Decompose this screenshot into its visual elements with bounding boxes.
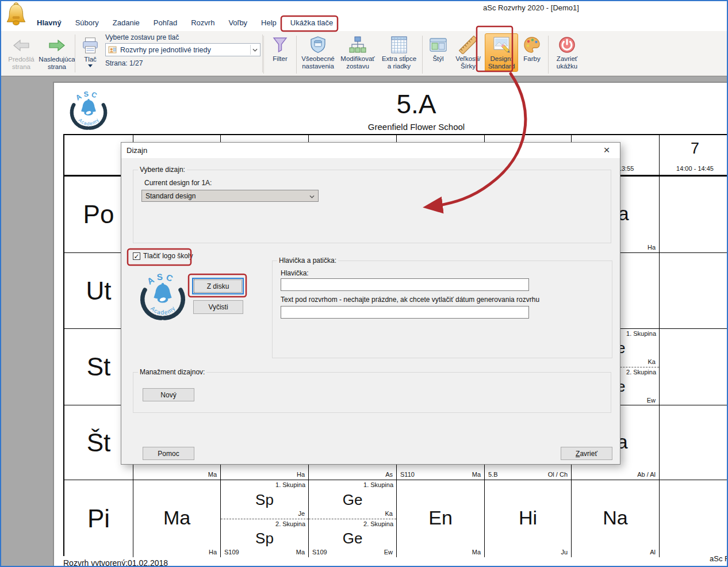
chevron-down-icon: [88, 64, 93, 67]
teacher: Ma: [208, 471, 217, 478]
window-style-icon: [428, 35, 448, 55]
teacher: Ol / Ch: [548, 471, 568, 478]
orgchart-icon: [348, 35, 367, 55]
from-disk-button[interactable]: Z disku: [192, 278, 244, 294]
teacher: Ma: [296, 549, 305, 555]
page-nav-group: Predošlá strana Nasledujúca strana: [5, 34, 76, 72]
report-icon: [108, 45, 117, 55]
close-preview-button[interactable]: Zavrieť ukážku: [551, 33, 583, 72]
colors-button[interactable]: Farby: [518, 33, 546, 64]
design-image-icon: [492, 35, 511, 55]
subject: Hi: [485, 507, 571, 529]
teacher: Ka: [385, 510, 393, 517]
design-group: Vyberte dizajn:: [133, 166, 611, 243]
print-logo-checkbox[interactable]: ✓ Tlačiť logo školy: [133, 252, 193, 260]
sizes-widths-button[interactable]: Veľkosti/Šírky: [451, 33, 485, 72]
report-select-value: Rozvrhy pre jednotlivé triedy: [120, 46, 250, 54]
teacher: Ju: [561, 549, 568, 555]
printer-icon: [81, 36, 100, 55]
timetable-cell: 714:00 - 14:45: [660, 135, 728, 177]
design-management-label: Manažment dizajnov:: [138, 368, 206, 376]
room: S109: [224, 549, 239, 555]
modify-report-button[interactable]: Modifikovať zostavu: [337, 33, 378, 72]
report-picker-label: Vyberte zostavu pre tlač: [105, 33, 260, 41]
print-logo-label: Tlačiť logo školy: [143, 252, 193, 260]
period-time: 14:00 - 14:45: [660, 165, 728, 172]
group-label: 2. Skupina: [626, 369, 656, 376]
power-icon: [557, 35, 577, 55]
design-select[interactable]: Standard design: [141, 190, 319, 202]
style-button[interactable]: Štýl: [425, 33, 451, 64]
funnel-icon: [270, 35, 290, 55]
print-group: Tlač: [78, 34, 103, 69]
subject: Ma: [133, 507, 220, 529]
extra-columns-rows-label: Extra stĺpce a riadky: [382, 55, 416, 70]
ribbon-separator: [422, 36, 423, 74]
bell-icon[interactable]: [6, 2, 26, 27]
close-preview-label: Zavrieť ukážku: [557, 55, 577, 70]
footer-input[interactable]: [281, 306, 529, 319]
timetable-cell: EnMa: [397, 480, 485, 557]
menu-item-hlavny[interactable]: Hlavný: [30, 16, 68, 30]
dialog-titlebar[interactable]: Dizajn ×: [121, 143, 620, 158]
clear-logo-label: Vyčisti: [194, 303, 243, 311]
ribbon-separator: [548, 36, 549, 74]
svg-text:ASC: ASC: [145, 271, 177, 286]
extra-columns-rows-button[interactable]: Extra stĺpce a riadky: [378, 33, 420, 72]
teacher: Je: [298, 510, 305, 517]
help-button[interactable]: Pomoc: [143, 447, 194, 460]
close-icon[interactable]: ×: [598, 143, 615, 157]
group-label: 1. Skupina: [363, 481, 393, 488]
chevron-down-icon: [309, 192, 315, 200]
menu-item-zadanie[interactable]: Zadanie: [106, 16, 147, 30]
checkbox-check-icon: ✓: [133, 252, 140, 260]
ribbon-separator: [296, 36, 297, 74]
teacher: Al: [650, 549, 656, 555]
clear-logo-button[interactable]: Vyčisti: [193, 300, 243, 314]
timetable-cell: MaHa: [133, 480, 221, 557]
timetable-cell: [660, 329, 728, 405]
ribbon-separator: [75, 35, 75, 72]
header-input[interactable]: [281, 278, 529, 291]
chevron-down-icon[interactable]: [250, 45, 259, 55]
menu-item-ukazka-tlace[interactable]: Ukážka tlače: [283, 16, 340, 30]
group-label: 1. Skupina: [626, 330, 656, 337]
teacher: As: [385, 471, 393, 478]
dialog-close-button[interactable]: Zavrieť: [561, 447, 612, 460]
menu-item-pohlad[interactable]: Pohľad: [147, 16, 184, 30]
school-logo: ASCAcademy: [68, 88, 109, 133]
previous-page-button[interactable]: Predošlá strana: [5, 34, 38, 72]
next-page-button[interactable]: Nasledujúca strana: [38, 34, 76, 72]
filter-button[interactable]: Filter: [266, 33, 294, 64]
filter-label: Filter: [273, 55, 288, 63]
timetable-cell: HiJu: [485, 480, 572, 557]
lesson-group: 1. SkupinaGeKa: [309, 480, 396, 519]
menu-item-subory[interactable]: Súbory: [68, 16, 106, 30]
general-settings-button[interactable]: Všeobecné nastavenia: [299, 33, 337, 72]
timetable-cell: NaAl: [572, 480, 660, 557]
ribbon-buttons: FilterVšeobecné nastaveniaModifikovať zo…: [261, 33, 583, 74]
report-select[interactable]: Rozvrhy pre jednotlivé triedy: [105, 43, 260, 56]
teacher: Ma: [472, 549, 481, 555]
new-design-button[interactable]: Nový: [143, 388, 194, 401]
header-footer-group-label: Hlavička a patička:: [277, 256, 338, 265]
grid-icon: [389, 35, 409, 55]
school-logo-preview: ASCAcademy: [139, 269, 187, 324]
colors-label: Farby: [523, 55, 540, 63]
lesson-group: 2. SkupinaSpS109Ma: [221, 519, 308, 557]
subject: Sp: [221, 491, 308, 508]
palette-icon: [522, 35, 542, 55]
subject: En: [397, 507, 484, 529]
timetable-cell: [660, 253, 728, 329]
menu-item-help[interactable]: Help: [254, 16, 283, 30]
menu-item-rozvrh[interactable]: Rozvrh: [184, 16, 221, 30]
print-button[interactable]: Tlač: [78, 34, 103, 69]
group-label: 2. Skupina: [275, 520, 305, 527]
dialog-close-label: Zavrieť: [561, 450, 612, 458]
general-settings-label: Všeobecné nastavenia: [301, 55, 335, 70]
room: S109: [312, 549, 327, 555]
design-standard-button[interactable]: Design: Standard: [485, 33, 518, 72]
arrow-right-icon: [47, 36, 67, 55]
school-name: Greenfield Flower School: [368, 122, 465, 132]
menu-item-volby[interactable]: Voľby: [221, 16, 254, 30]
